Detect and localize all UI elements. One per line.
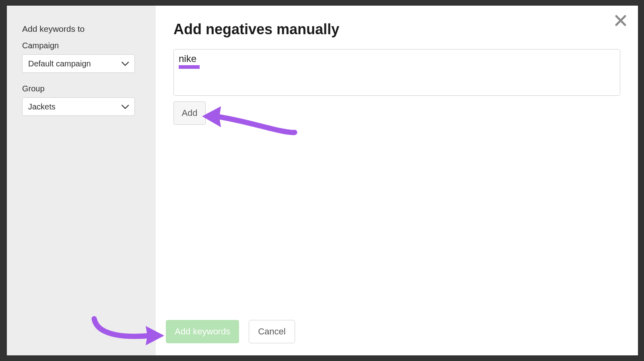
keywords-textarea-value: nike: [179, 54, 615, 64]
add-negatives-modal: Add keywords to Campaign Default campaig…: [7, 6, 638, 355]
add-button[interactable]: Add: [173, 101, 206, 125]
sidebar: Add keywords to Campaign Default campaig…: [7, 6, 156, 355]
cancel-button[interactable]: Cancel: [249, 320, 295, 343]
campaign-select-value: Default campaign: [28, 59, 91, 68]
sidebar-title: Add keywords to: [22, 24, 140, 34]
add-button-label: Add: [182, 108, 197, 118]
annotation-highlight: [179, 65, 200, 69]
cancel-button-label: Cancel: [258, 326, 285, 337]
chevron-down-icon: [122, 59, 129, 68]
add-keywords-button-label: Add keywords: [175, 326, 230, 337]
group-select-value: Jackets: [28, 102, 56, 111]
main-panel: Add negatives manually nike Add: [156, 6, 638, 355]
modal-title: Add negatives manually: [173, 21, 620, 38]
group-select[interactable]: Jackets: [22, 97, 135, 116]
keywords-textarea[interactable]: nike: [173, 49, 620, 96]
close-icon[interactable]: [615, 14, 627, 28]
modal-footer: Add keywords Cancel: [166, 320, 295, 343]
campaign-label: Campaign: [22, 41, 140, 50]
add-keywords-button[interactable]: Add keywords: [166, 320, 239, 343]
campaign-select[interactable]: Default campaign: [22, 54, 135, 73]
chevron-down-icon: [122, 102, 129, 111]
group-label: Group: [22, 84, 140, 93]
